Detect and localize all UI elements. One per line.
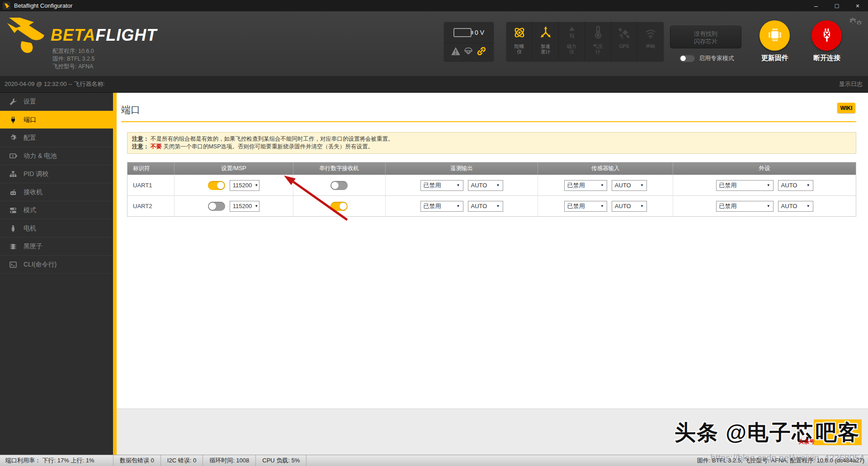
note-line: 注意： 不是所有的组合都是有效的，如果飞控检查到某组合不能同时工作，对应串口的设…	[132, 135, 851, 143]
sidebar-item-motors[interactable]: 电机	[0, 219, 113, 238]
battery-icon	[453, 28, 472, 37]
disconnect-button[interactable]	[811, 20, 842, 51]
terminal-icon	[9, 261, 17, 268]
chevron-down-icon: ▼	[255, 183, 258, 187]
chevron-down-icon: ▼	[255, 204, 258, 208]
col-header-sensor-input: 传感器输入	[538, 162, 673, 175]
log-bar: 2020-04-09 @ 12:32:00 -- 飞行器名称: 显示日志	[0, 76, 868, 93]
status-port-utilization: 端口利用率： 下行: 17% 上行: 1%	[0, 455, 113, 466]
uart1-peripheral-select[interactable]: 已禁用▼	[716, 180, 774, 191]
sidebar-item-pid-tuning[interactable]: PID 调校	[0, 165, 113, 183]
status-packet-errors: 数据包错误 0	[113, 455, 161, 466]
sensor-status-panel: 陀螺仪 加速度计 N 磁力仪 气压计 GPS	[506, 22, 664, 61]
uart2-telemetry-select[interactable]: 已禁用▼	[420, 201, 463, 212]
betaflight-wordmark: BETAFLIGHT	[51, 26, 157, 45]
sensor-accelerometer: 加速度计	[533, 22, 559, 61]
barometer-icon	[591, 26, 605, 41]
title-divider	[121, 121, 856, 122]
status-firmware-info: 固件: BTFL 3.2.5, 飞控型号: AFNA, 配置程序: 10.6.0…	[697, 456, 868, 465]
sidebar-item-setup[interactable]: 设置	[0, 93, 113, 111]
sidebar-item-label: CLI(命令行)	[24, 261, 57, 269]
uart2-msp-toggle[interactable]	[208, 202, 225, 211]
port-identifier: UART1	[127, 175, 175, 195]
sensor-barometer: 气压计	[585, 22, 611, 61]
table-header-row: 标识符 设置/MSP 串行数字接收机 遥测输出 传感器输入 外设	[127, 162, 856, 175]
cpu-chip-icon	[767, 27, 783, 44]
betaflight-bee-logo-icon	[6, 17, 48, 62]
sidebar-item-label: 设置	[24, 98, 36, 106]
chevron-down-icon: ▼	[767, 183, 770, 187]
battery-voltage: 0 V	[475, 29, 484, 36]
show-log-link[interactable]: 显示日志	[839, 80, 863, 88]
wiki-button[interactable]: WIKI	[837, 103, 855, 113]
accelerometer-icon	[539, 26, 552, 41]
uart2-sensor-baud-select[interactable]: AUTO▼	[612, 201, 647, 212]
uart2-peripheral-baud-select[interactable]: AUTO▼	[778, 201, 813, 212]
chevron-down-icon: ▼	[457, 183, 460, 187]
sitemap-icon	[9, 171, 17, 178]
sidebar-item-receiver[interactable]: 接收机	[0, 183, 113, 201]
sidebar-item-blackbox[interactable]: 黑匣子	[0, 238, 113, 256]
uart1-msp-toggle[interactable]	[208, 181, 225, 190]
sonar-icon	[644, 26, 657, 41]
sidebar-item-modes[interactable]: 模式	[0, 201, 113, 219]
col-header-serial-rx: 串行数字接收机	[293, 162, 386, 175]
expert-mode-toggle[interactable]	[679, 55, 695, 62]
table-row-uart2: UART2 115200▼ 已禁用▼ AUTO▼ 已禁用▼ AUTO▼ 已禁用▼…	[127, 195, 856, 216]
sensor-gyro: 陀螺仪	[506, 22, 533, 61]
uart1-msp-baud-select[interactable]: 115200▼	[230, 180, 259, 191]
port-identifier: UART2	[127, 196, 175, 216]
expert-mode-label: 启用专家模式	[699, 54, 734, 62]
gps-icon	[618, 26, 631, 41]
chevron-down-icon: ▼	[807, 204, 810, 208]
usb-disconnect-icon	[820, 27, 834, 44]
col-header-identifier: 标识符	[127, 162, 175, 175]
settings-gears-icon[interactable]	[848, 17, 863, 29]
sensor-gps: GPS	[611, 22, 637, 61]
uart1-serial-rx-toggle[interactable]	[330, 181, 348, 190]
uart1-telemetry-select[interactable]: 已禁用▼	[420, 180, 463, 191]
chevron-down-icon: ▼	[767, 204, 770, 208]
plug-icon	[9, 116, 17, 124]
window-title: Betaflight Configurator	[14, 2, 72, 9]
status-cpu-load: CPU 负载: 5%	[256, 455, 307, 466]
magnetometer-icon: N	[565, 26, 579, 41]
status-cycle-time: 循环时间: 1008	[203, 455, 256, 466]
update-firmware-label: 更新固件	[748, 54, 802, 62]
uart1-peripheral-baud-select[interactable]: AUTO▼	[778, 180, 813, 191]
chevron-down-icon: ▼	[457, 204, 460, 208]
uart2-telemetry-baud-select[interactable]: AUTO▼	[468, 201, 503, 212]
app-header: BETAFLIGHT 配置程序: 10.6.0 固件: BTFL 3.2.5 飞…	[0, 11, 868, 76]
app-bee-icon	[3, 2, 10, 10]
sidebar-item-ports[interactable]: 端口	[0, 111, 113, 129]
uart1-sensor-baud-select[interactable]: AUTO▼	[612, 180, 647, 191]
minimize-button[interactable]: –	[806, 0, 826, 11]
svg-text:N: N	[569, 32, 574, 39]
uart2-peripheral-select[interactable]: 已禁用▼	[716, 201, 774, 212]
flash-chip-not-found-button[interactable]: 没有找到 闪存芯片	[670, 26, 741, 48]
sidebar-item-configuration[interactable]: 配置	[0, 129, 113, 147]
col-header-telemetry: 遥测输出	[386, 162, 538, 175]
uart2-serial-rx-toggle[interactable]	[330, 202, 348, 211]
chevron-down-icon: ▼	[600, 204, 604, 208]
uart2-msp-baud-select[interactable]: 115200▼	[230, 201, 259, 212]
sidebar-item-power-battery[interactable]: 动力 & 电池	[0, 147, 113, 165]
close-button[interactable]: ×	[847, 0, 868, 11]
sidebar-item-label: 模式	[24, 206, 36, 214]
uart2-sensor-select[interactable]: 已禁用▼	[564, 201, 607, 212]
maximize-button[interactable]: □	[826, 0, 847, 11]
update-firmware-button[interactable]	[760, 20, 790, 51]
toggles-icon	[9, 207, 17, 214]
ports-tab-content: 端口 WIKI 注意： 不是所有的组合都是有效的，如果飞控检查到某组合不能同时工…	[117, 93, 868, 455]
table-row-uart1: UART1 115200▼ 已禁用▼ AUTO▼ 已禁用▼ AUTO▼ 已禁用▼…	[127, 175, 856, 195]
sidebar-item-label: 动力 & 电池	[24, 152, 57, 160]
wrench-icon	[9, 98, 17, 105]
blackbox-chip-icon	[9, 243, 17, 250]
battery-panel: 0 V	[444, 22, 494, 61]
uart1-telemetry-baud-select[interactable]: AUTO▼	[468, 180, 503, 191]
sidebar-item-cli[interactable]: CLI(命令行)	[0, 256, 113, 274]
uart1-sensor-select[interactable]: 已禁用▼	[564, 180, 607, 191]
status-i2c-errors: I2C 错误: 0	[161, 455, 203, 466]
gyro-icon	[513, 26, 526, 41]
chevron-down-icon: ▼	[640, 204, 644, 208]
